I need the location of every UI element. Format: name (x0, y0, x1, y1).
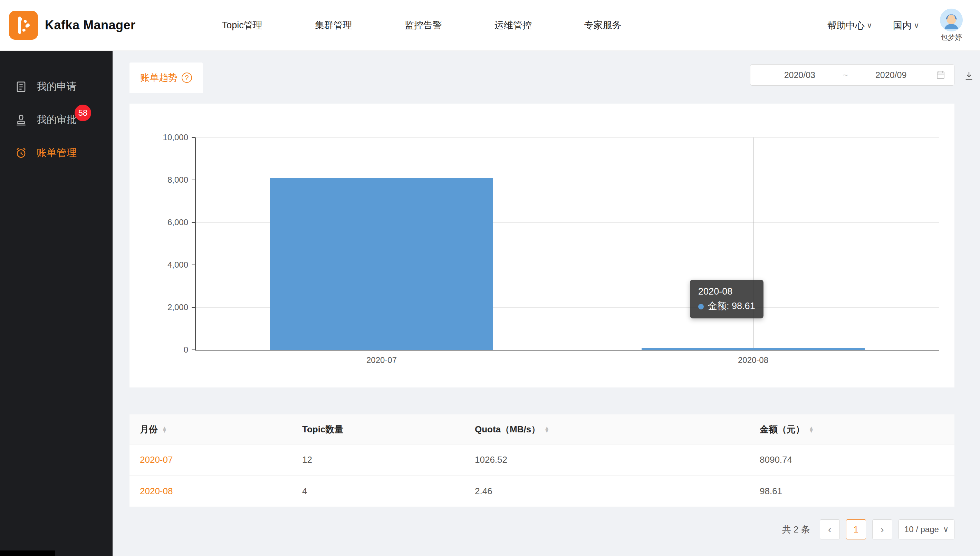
y-axis-tick (192, 179, 195, 180)
y-axis-label: 8,000 (168, 175, 188, 185)
top-nav: Topic管理 集群管理 监控告警 运维管控 专家服务 (222, 19, 622, 31)
page-size-value: 10 / page (904, 525, 939, 534)
chevron-down-icon: ∨ (914, 21, 919, 30)
next-page-button[interactable]: › (872, 519, 892, 540)
column-header-label: 金额（元） (760, 423, 805, 435)
bar-chart-plot: 10,000 8,000 6,000 4,000 2,000 0 2020-07… (195, 137, 939, 351)
table-row: 2020-07 12 1026.52 8090.74 (129, 444, 954, 475)
y-axis-label: 2,000 (168, 302, 188, 312)
table-row: 2020-08 4 2.46 98.61 (129, 475, 954, 507)
chart-tooltip: 2020-08 金额: 98.61 (690, 280, 764, 318)
y-axis-label: 6,000 (168, 218, 188, 227)
tab-bill-trend-label: 账单趋势 (140, 71, 178, 84)
user-menu[interactable]: 包梦婷 (940, 9, 963, 42)
tooltip-value-text: 金额: 98.61 (708, 301, 755, 311)
avatar (940, 9, 963, 31)
tab-bill-trend[interactable]: 账单趋势 ? (129, 63, 203, 93)
sidebar-collapse-strip[interactable] (0, 551, 55, 556)
gridline (196, 137, 939, 138)
column-header-month[interactable]: 月份 ▲▼ (140, 423, 302, 435)
region-dropdown[interactable]: 国内∨ (893, 19, 919, 32)
y-axis-tick (192, 307, 195, 308)
date-range-separator: ~ (841, 70, 850, 80)
column-header-topic-count: Topic数量 (302, 423, 475, 435)
sort-icon[interactable]: ▲▼ (544, 426, 549, 433)
column-header-label: Topic数量 (302, 423, 343, 435)
clipboard-icon (15, 80, 27, 93)
download-button[interactable] (962, 69, 976, 82)
nav-cluster[interactable]: 集群管理 (315, 19, 352, 31)
page-1-button[interactable]: 1 (846, 519, 866, 540)
calendar-icon (935, 70, 946, 80)
sidebar-item-billing[interactable]: 账单管理 (0, 136, 113, 170)
table-header-row: 月份 ▲▼ Topic数量 Quota（MB/s） ▲▼ 金额（元） ▲▼ (129, 414, 954, 444)
header-right: 帮助中心∨ 国内∨ 包梦婷 (827, 0, 963, 51)
sort-down-icon: ▼ (544, 429, 549, 432)
y-axis-label: 4,000 (168, 260, 188, 270)
main-content: 账单趋势 ? 2020/03 ~ 2020/09 (113, 51, 980, 556)
sort-icon[interactable]: ▲▼ (162, 426, 167, 433)
nav-monitor[interactable]: 监控告警 (405, 19, 442, 31)
sidebar: 我的申请 我的审批 58 账单管理 (0, 51, 113, 556)
user-name: 包梦婷 (941, 32, 962, 42)
pagination: 共 2 条 ‹ 1 › 10 / page ∨ (782, 519, 954, 540)
column-header-label: 月份 (140, 423, 158, 435)
top-header: Kafka Manager Topic管理 集群管理 监控告警 运维管控 专家服… (0, 0, 980, 51)
region-label: 国内 (893, 19, 912, 32)
y-axis-label: 0 (184, 345, 188, 355)
stamp-icon (15, 113, 27, 126)
bill-trend-chart-card: 10,000 8,000 6,000 4,000 2,000 0 2020-07… (129, 103, 954, 388)
bar-2020-07[interactable] (270, 178, 493, 350)
y-axis-label: 10,000 (163, 133, 188, 142)
total-count-label: 共 2 条 (782, 524, 810, 536)
amount-cell: 98.61 (760, 486, 944, 496)
app-title: Kafka Manager (45, 18, 136, 32)
sidebar-item-label: 我的申请 (37, 80, 77, 94)
date-start-value: 2020/03 (759, 70, 841, 80)
column-header-label: Quota（MB/s） (475, 423, 540, 435)
quota-cell: 2.46 (475, 486, 760, 496)
bill-table-card: 月份 ▲▼ Topic数量 Quota（MB/s） ▲▼ 金额（元） ▲▼ 20… (129, 414, 954, 507)
topic-count-cell: 4 (302, 486, 475, 496)
help-center-dropdown[interactable]: 帮助中心∨ (827, 19, 872, 32)
avatar-icon (940, 9, 963, 31)
tooltip-title: 2020-08 (698, 284, 755, 299)
month-link[interactable]: 2020-08 (140, 486, 302, 496)
chevron-down-icon: ∨ (867, 21, 872, 30)
page: Kafka Manager Topic管理 集群管理 监控告警 运维管控 专家服… (0, 0, 980, 556)
approvals-count-badge: 58 (74, 105, 91, 121)
date-end-value: 2020/09 (850, 70, 932, 80)
column-header-quota[interactable]: Quota（MB/s） ▲▼ (475, 423, 760, 435)
chevron-down-icon: ∨ (943, 525, 949, 534)
nav-ops[interactable]: 运维管控 (494, 19, 532, 31)
logo-icon (9, 11, 38, 40)
help-question-icon[interactable]: ? (182, 73, 192, 83)
sort-down-icon: ▼ (809, 429, 814, 432)
prev-page-button[interactable]: ‹ (820, 519, 840, 540)
topic-count-cell: 12 (302, 454, 475, 465)
sidebar-item-my-approvals[interactable]: 我的审批 58 (0, 103, 113, 136)
column-header-amount[interactable]: 金额（元） ▲▼ (760, 423, 944, 435)
help-center-label: 帮助中心 (827, 19, 865, 32)
y-axis-tick (192, 265, 195, 265)
x-axis-label: 2020-08 (738, 356, 769, 365)
download-icon (964, 70, 975, 81)
quota-cell: 1026.52 (475, 454, 760, 465)
y-axis-tick (192, 137, 195, 138)
tooltip-value-line: 金额: 98.61 (698, 299, 755, 314)
sidebar-item-label: 我的审批 (37, 113, 77, 127)
billing-icon (15, 146, 27, 160)
page-size-select[interactable]: 10 / page ∨ (899, 519, 954, 540)
y-axis-tick (192, 349, 195, 350)
sort-down-icon: ▼ (162, 429, 167, 432)
nav-topic[interactable]: Topic管理 (222, 19, 262, 31)
x-axis-label: 2020-07 (366, 356, 397, 365)
bar-2020-08[interactable] (642, 348, 865, 350)
app-logo[interactable] (9, 11, 38, 40)
month-link[interactable]: 2020-07 (140, 454, 302, 465)
nav-expert[interactable]: 专家服务 (584, 19, 622, 31)
sidebar-item-my-applications[interactable]: 我的申请 (0, 70, 113, 103)
date-range-picker[interactable]: 2020/03 ~ 2020/09 (750, 64, 954, 86)
y-axis-tick (192, 222, 195, 223)
sort-icon[interactable]: ▲▼ (809, 426, 814, 433)
